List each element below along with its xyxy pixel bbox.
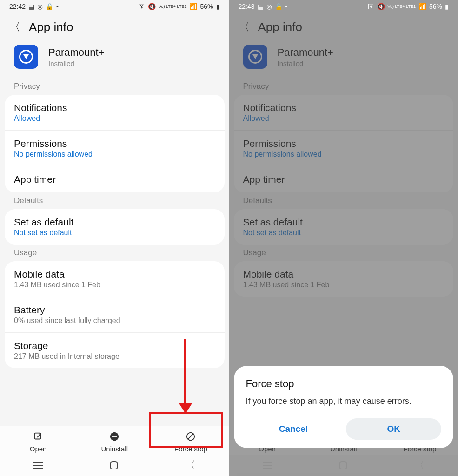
app-header[interactable]: Paramount+ Installed [0, 43, 229, 78]
camera-icon: ◎ [266, 3, 272, 10]
battery-pct: 56% [429, 3, 442, 10]
section-usage: Usage [0, 245, 229, 261]
page-title: App info [29, 20, 73, 34]
status-bar: 22:43 ▦ ◎ 🔒 • ⚿ 🔇 Vo) LTE+ LTE1 📶 56% ▮ [229, 0, 458, 13]
open-icon [33, 431, 44, 442]
open-button[interactable]: Open [0, 431, 76, 453]
forcestop-dialog: Force stop If you force stop an app, it … [234, 366, 454, 448]
status-bar: 22:42 ▦ ◎ 🔒 • ⚿ 🔇 Vo) LTE+ LTE1 📶 56% ▮ [0, 0, 229, 13]
uninstall-button[interactable]: Uninstall [76, 431, 153, 453]
app-name: Paramount+ [48, 46, 104, 59]
cancel-button[interactable]: Cancel [246, 418, 341, 440]
status-time: 22:43 [239, 3, 255, 10]
image-icon: ▦ [28, 3, 34, 10]
battery-icon: ▮ [216, 3, 220, 10]
signal-icon: 📶 [418, 3, 426, 10]
dot-icon: • [285, 3, 288, 10]
row-storage[interactable]: Storage 217 MB used in Internal storage [5, 332, 225, 368]
dot-icon: • [56, 3, 59, 10]
svg-rect-2 [112, 436, 117, 437]
row-battery[interactable]: Battery 0% used since last fully charged [5, 297, 225, 332]
section-privacy: Privacy [0, 78, 229, 95]
lock-icon: 🔒 [46, 3, 53, 10]
lock-icon: 🔒 [275, 3, 283, 10]
nav-bar: 〈 [0, 455, 229, 476]
row-setdefault[interactable]: Set as default Not set as default [5, 209, 225, 245]
dialog-divider [341, 423, 341, 436]
battery-pct: 56% [200, 3, 213, 10]
section-defaults: Defaults [0, 192, 229, 209]
forcestop-icon [185, 431, 196, 442]
app-icon [14, 45, 38, 69]
forcestop-button[interactable]: Force stop [153, 431, 229, 453]
mute-icon: 🔇 [148, 3, 156, 10]
dialog-message: If you force stop an app, it may cause e… [246, 397, 442, 406]
page-header: 〈 App info [0, 13, 229, 43]
phone-left: 22:42 ▦ ◎ 🔒 • ⚿ 🔇 Vo) LTE+ LTE1 📶 56% ▮ … [0, 0, 229, 476]
app-status: Installed [48, 60, 104, 67]
phone-right: 22:43 ▦ ◎ 🔒 • ⚿ 🔇 Vo) LTE+ LTE1 📶 56% ▮ … [229, 0, 458, 476]
vpn-icon: ⚿ [139, 3, 145, 10]
mute-icon: 🔇 [377, 3, 385, 10]
row-mobiledata[interactable]: Mobile data 1.43 MB used since 1 Feb [5, 261, 225, 297]
row-notifications[interactable]: Notifications Allowed [5, 95, 225, 130]
nav-recents[interactable] [33, 465, 43, 466]
nav-home[interactable] [110, 461, 118, 469]
svg-line-4 [188, 434, 193, 439]
image-icon: ▦ [258, 3, 264, 10]
vpn-icon: ⚿ [368, 3, 374, 10]
back-icon[interactable]: 〈 [9, 20, 20, 34]
signal-icon: 📶 [189, 3, 197, 10]
camera-icon: ◎ [37, 3, 43, 10]
bottom-actions: Open Uninstall Force stop [0, 426, 229, 455]
battery-icon: ▮ [445, 3, 449, 10]
row-apptimer[interactable]: App timer [5, 166, 225, 192]
row-permissions[interactable]: Permissions No permissions allowed [5, 130, 225, 166]
status-time: 22:42 [9, 3, 26, 10]
dialog-title: Force stop [246, 378, 442, 390]
nav-back[interactable]: 〈 [185, 458, 195, 472]
uninstall-icon [109, 431, 120, 442]
ok-button[interactable]: OK [346, 418, 441, 440]
network-label: Vo) LTE+ LTE1 [388, 5, 416, 9]
network-label: Vo) LTE+ LTE1 [159, 5, 186, 9]
